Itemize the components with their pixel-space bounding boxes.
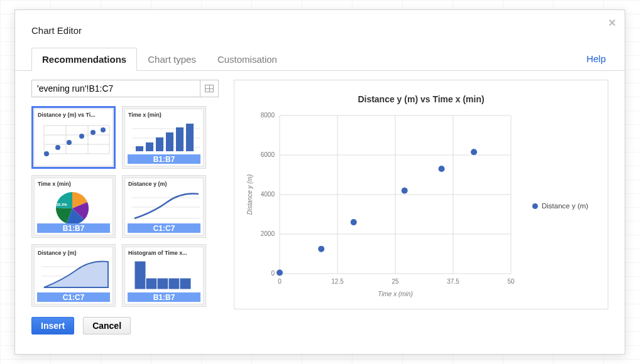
chart-thumb-bar[interactable]: Time x (min) B1:B7 (122, 106, 206, 169)
insert-button[interactable]: Insert (31, 317, 74, 335)
chart-title: Distance y (m) vs Time x (min) (243, 94, 599, 104)
dialog-title: Chart Editor (15, 10, 625, 47)
svg-rect-33 (168, 278, 180, 289)
svg-rect-22 (186, 124, 194, 151)
grid-icon (205, 85, 214, 92)
thumb-range-strip: C1:C7 (128, 223, 200, 233)
svg-text:Time x (min): Time x (min) (378, 291, 412, 297)
svg-rect-17 (136, 146, 143, 151)
svg-text:37.5: 37.5 (447, 278, 459, 285)
tab-customisation[interactable]: Customisation (207, 48, 288, 71)
chart-legend-item: Distance y (m) (532, 112, 588, 300)
svg-text:4000: 4000 (261, 191, 275, 198)
svg-text:8000: 8000 (261, 112, 275, 119)
svg-rect-21 (176, 127, 184, 151)
cancel-button[interactable]: Cancel (83, 317, 131, 335)
tab-chart-types[interactable]: Chart types (137, 48, 207, 71)
chart-editor-dialog: × Chart Editor Recommendations Chart typ… (14, 9, 625, 355)
svg-text:2000: 2000 (261, 230, 275, 237)
svg-point-59 (439, 166, 445, 172)
chart-thumb-scatter[interactable]: Distance y (m) vs Ti... (31, 106, 116, 169)
select-range-button[interactable] (200, 80, 219, 97)
svg-point-10 (67, 140, 72, 145)
svg-rect-34 (180, 278, 191, 289)
chart-thumb-pie[interactable]: Time x (min) 32.3% B1:B7 (31, 175, 116, 238)
chart-thumb-histogram[interactable]: Histogram of Time x... B1:B7 (122, 244, 206, 307)
svg-point-58 (402, 188, 408, 194)
chart-preview: 012.52537.55002000400060008000Time x (mi… (243, 112, 520, 300)
svg-text:50: 50 (507, 278, 515, 285)
svg-point-13 (101, 127, 106, 132)
data-range-input[interactable] (31, 80, 200, 97)
thumb-range-strip: B1:B7 (128, 154, 200, 164)
svg-point-11 (79, 134, 84, 139)
svg-text:0: 0 (271, 270, 275, 277)
svg-text:6000: 6000 (261, 151, 275, 158)
svg-point-60 (471, 149, 477, 155)
svg-point-9 (55, 145, 60, 150)
svg-point-8 (44, 151, 49, 156)
svg-rect-31 (146, 278, 157, 289)
chart-thumb-line[interactable]: Distance y (m) C1:C7 (122, 175, 206, 238)
thumb-range-strip: B1:B7 (37, 223, 110, 233)
close-icon[interactable]: × (608, 16, 616, 29)
svg-rect-18 (146, 142, 153, 151)
legend-marker-icon (532, 203, 538, 209)
svg-point-56 (318, 246, 324, 252)
svg-text:32.3%: 32.3% (56, 203, 67, 206)
svg-rect-32 (157, 278, 168, 289)
left-panel: Distance y (m) vs Ti... (31, 80, 219, 309)
thumb-range-strip: C1:C7 (37, 292, 110, 302)
svg-text:0: 0 (278, 278, 282, 285)
tab-recommendations[interactable]: Recommendations (31, 48, 137, 71)
svg-point-12 (90, 130, 96, 135)
svg-text:25: 25 (392, 278, 399, 285)
chart-preview-panel: Distance y (m) vs Time x (min) 012.52537… (234, 80, 608, 309)
chart-thumb-area[interactable]: Distance y (m) C1:C7 (31, 244, 116, 307)
svg-text:Distance y (m): Distance y (m) (246, 174, 253, 215)
svg-rect-30 (134, 261, 146, 289)
svg-point-57 (351, 219, 357, 225)
svg-point-55 (277, 269, 283, 276)
tabs: Recommendations Chart types Customisatio… (15, 47, 625, 71)
help-link[interactable]: Help (584, 48, 608, 70)
svg-text:12.5: 12.5 (331, 278, 344, 285)
thumb-range-strip: B1:B7 (128, 292, 200, 302)
svg-rect-19 (156, 137, 163, 151)
svg-rect-20 (166, 132, 173, 151)
